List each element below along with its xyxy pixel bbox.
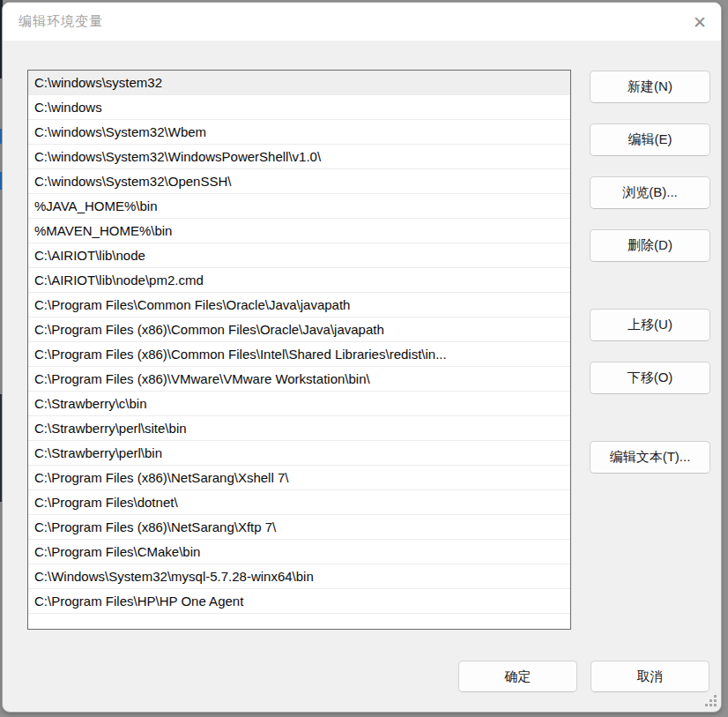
move-down-button-label: 下移(O) bbox=[628, 370, 673, 386]
list-item[interactable]: C:\Strawberry\c\bin bbox=[28, 392, 570, 416]
list-item[interactable]: C:\AIRIOT\lib\node\pm2.cmd bbox=[28, 268, 570, 293]
browse-button-label: 浏览(B)... bbox=[622, 184, 678, 201]
edit-text-button[interactable]: 编辑文本(T)... bbox=[590, 441, 710, 474]
list-item[interactable]: C:\Program Files (x86)\NetSarang\Xftp 7\ bbox=[28, 515, 570, 540]
move-up-button-label: 上移(U) bbox=[628, 317, 672, 333]
list-item[interactable]: C:\Strawberry\perl\site\bin bbox=[28, 416, 570, 441]
ok-button-label: 确定 bbox=[505, 668, 531, 685]
list-item[interactable]: C:\Program Files (x86)\Common Files\Orac… bbox=[28, 317, 570, 342]
list-item[interactable]: C:\Strawberry\perl\bin bbox=[28, 441, 570, 466]
list-item[interactable]: C:\AIRIOT\lib\node bbox=[28, 243, 570, 268]
cancel-button-label: 取消 bbox=[637, 668, 664, 685]
delete-button[interactable]: 删除(D) bbox=[590, 229, 710, 262]
list-item[interactable]: C:\windows\system32 bbox=[28, 71, 570, 95]
resize-grip[interactable] bbox=[705, 695, 718, 708]
edit-button-label: 编辑(E) bbox=[628, 131, 672, 148]
title-bar[interactable]: 编辑环境变量 ✕ bbox=[3, 3, 721, 41]
list-item[interactable]: C:\windows\System32\WindowsPowerShell\v1… bbox=[28, 145, 570, 169]
edit-text-button-label: 编辑文本(T)... bbox=[610, 449, 691, 466]
list-item[interactable]: %JAVA_HOME%\bin bbox=[28, 194, 570, 219]
page-title: 编辑环境变量 bbox=[19, 13, 103, 30]
edit-button[interactable]: 编辑(E) bbox=[590, 123, 710, 156]
list-item[interactable]: C:\Program Files\Common Files\Oracle\Jav… bbox=[28, 293, 570, 317]
close-button[interactable]: ✕ bbox=[686, 9, 714, 35]
browse-button[interactable]: 浏览(B)... bbox=[590, 176, 710, 209]
delete-button-label: 删除(D) bbox=[628, 237, 672, 254]
edit-environment-variable-dialog: 编辑环境变量 ✕ C:\windows\system32C:\windowsC:… bbox=[2, 2, 722, 713]
screen: 编辑环境变量 ✕ C:\windows\system32C:\windowsC:… bbox=[0, 0, 728, 717]
list-item[interactable]: C:\windows\System32\OpenSSH\ bbox=[28, 169, 570, 194]
list-item[interactable]: C:\Program Files\dotnet\ bbox=[28, 490, 570, 515]
list-item[interactable]: C:\windows\System32\Wbem bbox=[28, 120, 570, 145]
new-button[interactable]: 新建(N) bbox=[590, 71, 710, 103]
new-button-label: 新建(N) bbox=[628, 78, 672, 95]
ok-button[interactable]: 确定 bbox=[458, 661, 577, 692]
list-item[interactable]: C:\Program Files\CMake\bin bbox=[28, 540, 570, 564]
resize-grip-icon bbox=[705, 695, 718, 708]
close-icon: ✕ bbox=[693, 12, 707, 32]
move-up-button[interactable]: 上移(U) bbox=[590, 309, 710, 341]
list-item[interactable]: C:\Program Files (x86)\NetSarang\Xshell … bbox=[28, 466, 570, 490]
cancel-button[interactable]: 取消 bbox=[591, 661, 709, 692]
list-item[interactable]: C:\Program Files (x86)\VMware\VMware Wor… bbox=[28, 367, 570, 392]
list-item[interactable]: C:\Program Files (x86)\Common Files\Inte… bbox=[28, 342, 570, 367]
list-item[interactable]: C:\windows bbox=[28, 95, 570, 120]
list-item[interactable]: %MAVEN_HOME%\bin bbox=[28, 219, 570, 243]
list-item[interactable]: C:\Windows\System32\mysql-5.7.28-winx64\… bbox=[28, 564, 570, 589]
move-down-button[interactable]: 下移(O) bbox=[590, 362, 710, 394]
list-item[interactable]: C:\Program Files\HP\HP One Agent bbox=[28, 589, 570, 614]
path-list[interactable]: C:\windows\system32C:\windowsC:\windows\… bbox=[27, 70, 571, 630]
